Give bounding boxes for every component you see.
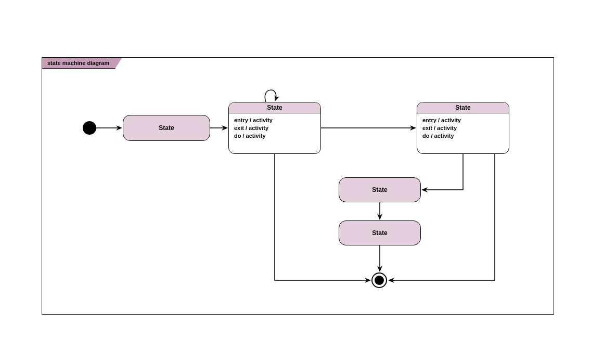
- state-composite-2-line-2: do / activity: [422, 132, 504, 140]
- state-composite-2-line-1: exit / activity: [422, 124, 504, 132]
- state-simple-1: State: [123, 115, 210, 141]
- state-composite-1-label: State: [267, 104, 282, 111]
- transition-c1-to-final: [275, 154, 370, 280]
- final-state: [371, 272, 387, 288]
- diagram-frame: state machine diagram State State entry …: [42, 57, 554, 315]
- state-simple-2: State: [339, 177, 421, 202]
- state-composite-2-line-0: entry / activity: [422, 116, 504, 124]
- final-state-inner: [375, 276, 384, 285]
- transition-c2-to-s2: [422, 154, 463, 190]
- frame-title-text: state machine diagram: [47, 60, 109, 66]
- state-composite-1-line-1: exit / activity: [234, 124, 315, 132]
- state-simple-2-label: State: [372, 186, 387, 193]
- state-simple-3-label: State: [372, 229, 387, 237]
- transitions-overlay: [42, 58, 555, 315]
- transition-c2-to-final: [389, 154, 495, 280]
- state-composite-1-line-2: do / activity: [234, 132, 315, 140]
- state-composite-2-label: State: [455, 104, 470, 111]
- state-composite-1-line-0: entry / activity: [234, 116, 315, 124]
- state-composite-1: State entry / activity exit / activity d…: [228, 102, 321, 154]
- transition-c1-selfloop: [265, 90, 276, 102]
- state-composite-2: State entry / activity exit / activity d…: [417, 102, 509, 154]
- state-simple-1-label: State: [159, 124, 174, 132]
- initial-state: [83, 121, 96, 135]
- state-simple-3: State: [339, 220, 421, 245]
- frame-title-tab: state machine diagram: [42, 57, 122, 69]
